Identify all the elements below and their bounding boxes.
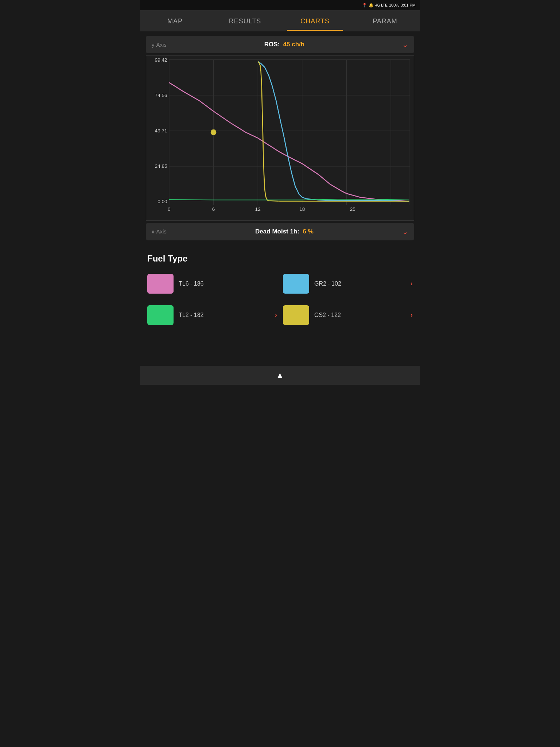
fuel-name-gr2: GR2 - 102	[314, 280, 405, 287]
battery-text: 100%	[389, 3, 399, 7]
status-bar: 📍 🔔 4G LTE 100% 3:01 PM	[140, 0, 420, 10]
svg-text:0: 0	[168, 206, 171, 212]
x-axis-name: Dead Moist 1h:	[255, 228, 299, 235]
y-axis-name: ROS:	[264, 41, 280, 48]
svg-rect-0	[146, 56, 414, 220]
fuel-color-tl6	[147, 274, 174, 294]
y-axis-selector[interactable]: y-Axis ROS: 45 ch/h ⌄	[146, 36, 414, 53]
chart-svg: 99.42 74.56 49.71 24.85 0.00 0 6 12 18 2…	[146, 56, 414, 220]
fuel-color-gs2	[283, 305, 309, 325]
svg-text:74.56: 74.56	[155, 93, 167, 98]
fuel-type-section: Fuel Type TL6 - 186 GR2 - 102 › TL2 - 18…	[140, 245, 420, 337]
fuel-name-tl2: TL2 - 182	[179, 312, 270, 318]
svg-text:49.71: 49.71	[155, 128, 167, 133]
fuel-type-title: Fuel Type	[147, 253, 413, 264]
fuel-arrow-tl2-icon: ›	[275, 311, 277, 319]
time-text: 3:01 PM	[401, 3, 416, 7]
fuel-type-grid: TL6 - 186 GR2 - 102 › TL2 - 182 › GS2 - …	[147, 271, 413, 328]
nav-tabs: MAP RESULTS CHARTS PARAM	[140, 10, 420, 31]
svg-text:0.00: 0.00	[158, 199, 167, 204]
x-axis-current-value: 6 %	[303, 228, 313, 235]
x-axis-value: Dead Moist 1h: 6 %	[255, 228, 314, 235]
x-axis-label: x-Axis	[152, 228, 167, 235]
y-axis-label: y-Axis	[152, 42, 167, 48]
fuel-name-tl6: TL6 - 186	[179, 280, 277, 287]
fuel-arrow-gs2-icon: ›	[411, 311, 413, 319]
location-icon: 📍	[362, 3, 367, 8]
tab-results[interactable]: RESULTS	[210, 10, 280, 31]
svg-text:6: 6	[212, 206, 215, 212]
fuel-color-tl2	[147, 305, 174, 325]
chart-container: 99.42 74.56 49.71 24.85 0.00 0 6 12 18 2…	[146, 55, 414, 221]
mute-icon: 🔔	[369, 3, 374, 8]
bottom-bar[interactable]: ▲	[140, 366, 420, 385]
svg-point-23	[211, 129, 216, 135]
svg-text:24.85: 24.85	[155, 163, 167, 169]
fuel-item-gr2[interactable]: GR2 - 102 ›	[283, 271, 413, 297]
status-icons: 📍 🔔 4G LTE 100% 3:01 PM	[362, 3, 416, 8]
chart-wrapper: 99.42 74.56 49.71 24.85 0.00 0 6 12 18 2…	[146, 55, 414, 221]
x-axis-selector[interactable]: x-Axis Dead Moist 1h: 6 % ⌄	[146, 223, 414, 240]
fuel-color-gr2	[283, 274, 309, 294]
chevron-up-icon: ▲	[276, 371, 284, 380]
fuel-item-gs2[interactable]: GS2 - 122 ›	[283, 302, 413, 328]
y-axis-chevron-down-icon: ⌄	[402, 40, 408, 49]
svg-text:12: 12	[255, 206, 261, 212]
fuel-item-tl2[interactable]: TL2 - 182 ›	[147, 302, 277, 328]
tab-charts[interactable]: CHARTS	[280, 10, 350, 31]
x-axis-chevron-down-icon: ⌄	[402, 227, 408, 236]
y-axis-value: ROS: 45 ch/h	[264, 41, 305, 48]
fuel-item-tl6[interactable]: TL6 - 186	[147, 271, 277, 297]
fuel-name-gs2: GS2 - 122	[314, 312, 405, 318]
fuel-arrow-gr2-icon: ›	[411, 280, 413, 287]
network-icon: 4G LTE	[375, 3, 388, 7]
svg-text:25: 25	[350, 206, 355, 212]
tab-map[interactable]: MAP	[140, 10, 210, 31]
svg-text:18: 18	[299, 206, 305, 212]
tab-param[interactable]: PARAM	[350, 10, 420, 31]
svg-text:99.42: 99.42	[155, 57, 167, 63]
y-axis-current-value: 45 ch/h	[283, 41, 305, 48]
